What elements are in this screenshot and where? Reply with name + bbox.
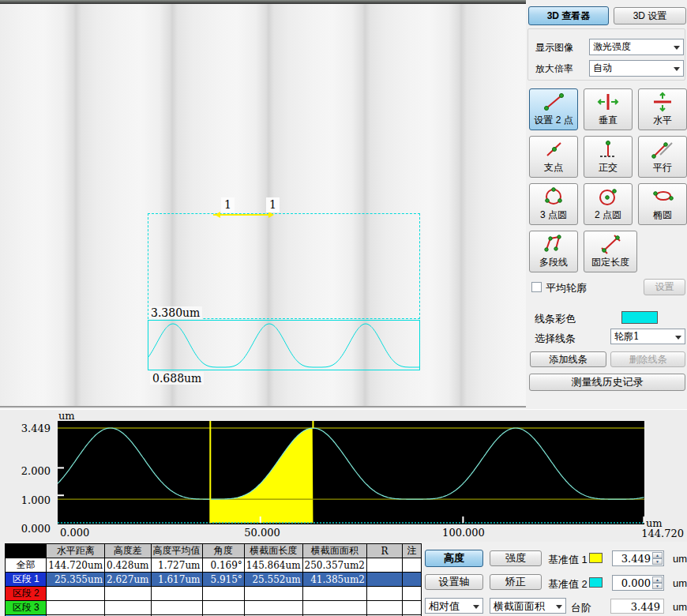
measure-controls: 高度 强度 基准值 1 3.449 ▲ ▼ um 设置轴 矫正 基准值 2 0.…	[422, 542, 687, 616]
row-cell: 1.617um	[151, 573, 202, 587]
correction-button[interactable]: 矫正	[490, 574, 542, 590]
right-panel: 3D 查看器 3D 设置 显示图像 激光强度 放大倍率 自动 设置 2 点 垂直	[526, 0, 687, 408]
row-cell	[403, 573, 422, 587]
col-header[interactable]: 横截面长度	[244, 544, 302, 558]
display-image-select[interactable]: 激光强度	[589, 39, 684, 55]
tool-polyline[interactable]: 多段线	[529, 231, 578, 272]
x-tick-50: 50.000	[237, 527, 287, 539]
tool-parallel[interactable]: 平行	[638, 136, 687, 178]
two-point-line-icon	[542, 92, 565, 112]
col-header[interactable]: 高度平均值	[151, 544, 202, 558]
tool-fulcrum[interactable]: 支点	[529, 136, 578, 178]
row-cell: 25.552um	[244, 573, 302, 587]
tool-set-2-points[interactable]: 设置 2 点	[529, 88, 578, 130]
table-row[interactable]: 全部144.720um0.428um1.727um0.169°145.864um…	[6, 558, 422, 573]
row-label[interactable]: 区段 2	[6, 587, 47, 601]
tool-horizontal[interactable]: 水平	[638, 88, 687, 130]
fixed-length-icon	[599, 234, 622, 254]
col-header[interactable]: 高度差	[105, 544, 151, 558]
row-cell	[366, 587, 402, 601]
x-tick-end: 144.720	[636, 528, 684, 539]
add-line-button[interactable]: 添加线条	[530, 351, 606, 367]
chevron-down-icon	[674, 67, 680, 74]
tool-fixed-length[interactable]: 固定长度	[584, 231, 637, 272]
col-header[interactable]: 水平距离	[47, 544, 105, 558]
ref2-color-swatch[interactable]	[589, 577, 603, 588]
step-unit: um	[673, 601, 687, 613]
set-axis-button[interactable]: 设置轴	[425, 574, 483, 590]
tool-orthogonal[interactable]: 正交	[584, 136, 633, 178]
row-label[interactable]: 区段 3	[6, 601, 47, 615]
magnification-label: 放大倍率	[535, 62, 573, 76]
row-cell: 0.428um	[105, 558, 151, 573]
col-header[interactable]: R	[366, 544, 402, 558]
header-corner	[6, 544, 47, 558]
table-row[interactable]: 区段 3	[6, 601, 422, 615]
relative-value-combo[interactable]: 相对值	[425, 598, 483, 614]
y-axis-unit-label: um	[58, 410, 75, 422]
row-cell: 0.169°	[202, 558, 244, 573]
tool-3-point-circle[interactable]: 3 点圆	[529, 183, 578, 225]
spin-down-icon[interactable]: ▼	[652, 583, 663, 589]
polyline-icon	[542, 234, 565, 254]
average-settings-button[interactable]: 设置	[644, 279, 685, 295]
measure-line-history-button[interactable]: 测量线历史记录	[529, 374, 685, 391]
row-cell: 5.915°	[202, 573, 244, 587]
row-cell	[151, 587, 202, 601]
row-label[interactable]: 区段 1	[6, 573, 47, 587]
row-cell	[366, 601, 402, 615]
chevron-down-icon	[674, 46, 680, 53]
point-marker-2[interactable]: 1	[266, 197, 280, 212]
profile-strip	[148, 320, 420, 370]
ref1-color-swatch[interactable]	[589, 553, 603, 563]
table-row[interactable]: 区段 2	[6, 587, 422, 601]
average-profile-checkbox[interactable]	[531, 282, 542, 292]
average-profile-label: 平均轮廓	[546, 281, 587, 295]
tool-2-point-circle[interactable]: 2 点圆	[584, 183, 633, 225]
spin-down-icon[interactable]: ▼	[652, 558, 663, 565]
spin-up-icon[interactable]: ▲	[652, 577, 663, 583]
magnification-select[interactable]: 自动	[589, 60, 684, 77]
3d-settings-button[interactable]: 3D 设置	[614, 7, 686, 24]
tool-vertical[interactable]: 垂直	[584, 88, 633, 130]
profile-plot-svg	[58, 421, 644, 524]
row-label[interactable]: 全部	[6, 558, 47, 573]
measure-line[interactable]	[213, 214, 272, 216]
two-point-circle-icon	[596, 186, 620, 207]
three-point-circle-icon	[542, 186, 565, 207]
row-cell	[403, 601, 422, 615]
col-header[interactable]: 横截面面积	[302, 544, 366, 558]
tool-ellipse[interactable]: 椭圆	[638, 183, 687, 225]
col-header[interactable]: 角度	[202, 544, 244, 558]
height-mode-button[interactable]: 高度	[425, 550, 483, 567]
y-tick-3449: 3.449	[19, 423, 51, 434]
results-table-area: 水平距离 高度差 高度平均值 角度 横截面长度 横截面面积 R 注 全部144.…	[0, 542, 422, 616]
select-line-combo[interactable]: 轮廓1	[610, 329, 685, 344]
row-cell	[366, 558, 402, 573]
laser-image-viewport[interactable]: 1 1 3.380um 0.688um	[0, 0, 526, 408]
cross-section-combo[interactable]: 横截面面积	[490, 598, 566, 614]
fulcrum-line-icon	[542, 139, 565, 160]
intensity-mode-button[interactable]: 强度	[490, 550, 542, 566]
row-cell	[244, 587, 302, 601]
chevron-down-icon	[675, 336, 681, 343]
upper-height-label: 3.380um	[148, 306, 202, 319]
ref2-label: 基准值 2	[548, 577, 588, 592]
line-color-swatch[interactable]	[621, 311, 658, 324]
results-table[interactable]: 水平距离 高度差 高度平均值 角度 横截面长度 横截面面积 R 注 全部144.…	[5, 543, 422, 616]
row-cell: 144.720um	[47, 558, 105, 573]
col-header[interactable]: 注	[403, 544, 422, 558]
measure-region-rect[interactable]	[148, 213, 420, 319]
ref2-spinner[interactable]: 0.000 ▲ ▼	[612, 575, 664, 591]
row-cell: 25.355um	[47, 573, 105, 587]
spin-up-icon[interactable]: ▲	[652, 552, 663, 558]
image-options-group: 显示图像 激光强度 放大倍率 自动	[527, 28, 685, 81]
3d-viewer-button[interactable]: 3D 查看器	[528, 6, 609, 25]
ref1-spinner[interactable]: 3.449 ▲ ▼	[612, 550, 664, 566]
point-marker-1[interactable]: 1	[221, 197, 235, 212]
ellipse-icon	[651, 186, 674, 207]
delete-line-button[interactable]: 删除线条	[610, 351, 685, 367]
profile-plot[interactable]	[58, 421, 644, 524]
table-row[interactable]: 区段 125.355um2.627um1.617um5.915°25.552um…	[6, 573, 422, 587]
step-label: 台阶	[571, 601, 591, 615]
